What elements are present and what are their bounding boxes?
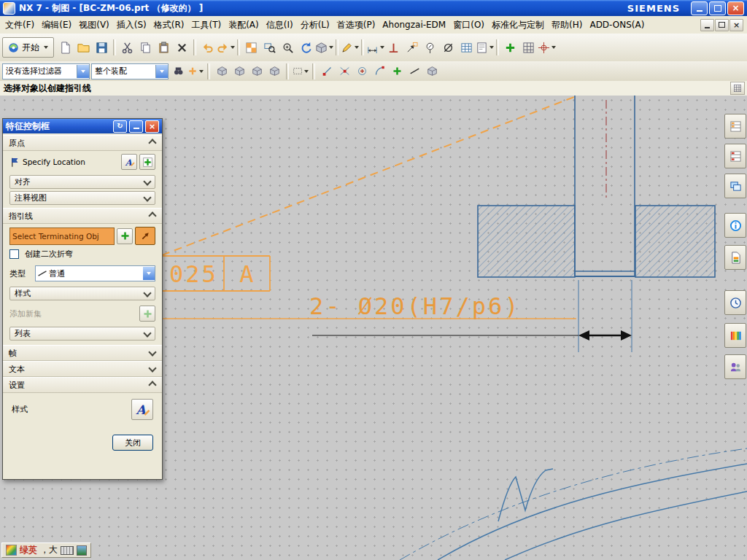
- ime-bar[interactable]: 绿英 ，大: [1, 542, 91, 558]
- mdi-close-button[interactable]: ×: [729, 19, 743, 31]
- menu-item-edit[interactable]: 编辑(E): [38, 17, 75, 34]
- assembly-navigator-button[interactable]: [724, 114, 746, 139]
- point-button[interactable]: [501, 39, 519, 57]
- menu-item-window[interactable]: 窗口(O): [449, 17, 488, 34]
- note-button[interactable]: [476, 39, 494, 57]
- menu-item-addons[interactable]: ADD-ONS(A): [586, 18, 648, 32]
- group-header-frame[interactable]: 帧: [3, 345, 162, 361]
- crosshair-button[interactable]: [538, 39, 556, 57]
- ime-state-text[interactable]: ，大: [40, 544, 58, 556]
- add-new-set-button[interactable]: [139, 306, 155, 322]
- perpendicular-button[interactable]: [384, 39, 403, 57]
- snap-leader-button[interactable]: [406, 63, 422, 79]
- group-header-text[interactable]: 文本: [3, 361, 162, 377]
- dialog-close-button[interactable]: 关闭: [112, 435, 153, 451]
- shaded-view-button-3[interactable]: [249, 63, 265, 79]
- keyboard-icon[interactable]: [61, 546, 74, 555]
- add-leader-button[interactable]: [117, 228, 133, 244]
- cut-button[interactable]: [118, 39, 136, 57]
- style-bar[interactable]: 样式: [9, 287, 155, 300]
- grid-button[interactable]: [519, 39, 538, 57]
- history-button[interactable]: [724, 290, 746, 315]
- new-file-button[interactable]: [56, 39, 74, 57]
- selection-filter-combo[interactable]: 没有选择过滤器: [2, 63, 90, 79]
- menu-item-preferences[interactable]: 首选项(P): [333, 17, 379, 34]
- snap-intersection-button[interactable]: [336, 63, 352, 79]
- selection-scope-combo[interactable]: 整个装配: [91, 63, 169, 79]
- menu-item-help[interactable]: 帮助(H): [548, 17, 586, 34]
- snap-center-button[interactable]: [354, 63, 370, 79]
- rectangle-select-button[interactable]: [293, 63, 309, 79]
- settings-style-button[interactable]: [131, 399, 153, 420]
- select-terminating-field[interactable]: Select Terminating Obj: [9, 228, 115, 245]
- menu-item-format[interactable]: 格式(R): [150, 17, 188, 34]
- type-combo[interactable]: 普通: [35, 265, 155, 281]
- ime-mode-text[interactable]: 绿英: [20, 544, 37, 556]
- mdi-restore-button[interactable]: [715, 19, 729, 31]
- snap-endpoint-button[interactable]: [319, 63, 335, 79]
- style-editor-button[interactable]: [121, 154, 137, 170]
- snap-point-button[interactable]: [389, 63, 405, 79]
- annotation-view-bar[interactable]: 注释视图: [9, 191, 155, 205]
- menu-item-customize[interactable]: 标准化与定制: [488, 17, 548, 34]
- diameter-dimension-button[interactable]: [439, 39, 457, 57]
- dialog-reset-button[interactable]: ↻: [113, 120, 127, 133]
- balloon-note-button[interactable]: [421, 39, 439, 57]
- fit-view-button[interactable]: [260, 39, 279, 57]
- combo-arrow-icon[interactable]: [143, 267, 155, 280]
- zoom-button[interactable]: [279, 39, 297, 57]
- snap-quadrant-button[interactable]: [371, 63, 387, 79]
- orient-view-button[interactable]: [315, 39, 333, 57]
- list-bar[interactable]: 列表: [9, 327, 155, 341]
- save-button[interactable]: [93, 39, 111, 57]
- internet-button[interactable]: [724, 213, 746, 238]
- combo-arrow-icon[interactable]: [155, 65, 168, 78]
- close-button[interactable]: ×: [727, 1, 744, 15]
- gear-profile-curves[interactable]: [400, 448, 747, 560]
- part-section-geometry[interactable]: [478, 96, 715, 277]
- double-bend-checkbox[interactable]: [9, 249, 19, 259]
- group-header-origin[interactable]: 原点: [3, 135, 162, 151]
- constraint-navigator-button[interactable]: [724, 144, 746, 168]
- menu-item-file[interactable]: 文件(F): [1, 17, 38, 34]
- dialog-minimize-button[interactable]: [129, 120, 143, 133]
- align-bar[interactable]: 对齐: [9, 175, 155, 189]
- materials-button[interactable]: [724, 323, 746, 348]
- leader-select-button[interactable]: [135, 227, 155, 245]
- sketch-button[interactable]: [341, 39, 359, 57]
- menu-item-ahongzai-edm[interactable]: Ahongzai-EDM: [379, 18, 449, 32]
- menu-item-information[interactable]: 信息(I): [263, 17, 297, 34]
- add-selection-button[interactable]: [187, 63, 204, 79]
- start-button[interactable]: 开始: [2, 37, 54, 58]
- shaded-view-button-2[interactable]: [231, 63, 247, 79]
- ime-panel-icon[interactable]: [77, 545, 87, 556]
- mdi-minimize-button[interactable]: [700, 19, 714, 31]
- group-header-settings[interactable]: 设置: [3, 377, 162, 393]
- refresh-button[interactable]: [297, 39, 315, 57]
- leader-button[interactable]: [403, 39, 421, 57]
- dialog-close-x-button[interactable]: ×: [145, 120, 159, 133]
- open-button[interactable]: [74, 39, 93, 57]
- undo-button[interactable]: [198, 39, 217, 57]
- work-cube-button[interactable]: [424, 63, 440, 79]
- ime-logo-icon[interactable]: [6, 545, 17, 556]
- menu-item-assemblies[interactable]: 装配(A): [225, 17, 263, 34]
- paste-button[interactable]: [155, 39, 173, 57]
- reuse-library-button[interactable]: [724, 245, 746, 270]
- part-navigator-button[interactable]: [724, 174, 746, 198]
- shaded-view-button-4[interactable]: [266, 63, 282, 79]
- dialog-title-bar[interactable]: 特征控制框 ↻ ×: [3, 119, 162, 133]
- title-bar[interactable]: NX 7 - 制图 - [BC-ZM-06.prt （修改的） ] SIEMEN…: [0, 0, 747, 16]
- delete-button[interactable]: [173, 39, 191, 57]
- menu-item-insert[interactable]: 插入(S): [113, 17, 150, 34]
- find-button[interactable]: [170, 63, 186, 79]
- menu-item-tools[interactable]: 工具(T): [187, 17, 225, 34]
- fcf-datum-text[interactable]: A: [239, 260, 253, 288]
- copy-button[interactable]: [136, 39, 155, 57]
- menu-item-view[interactable]: 视图(V): [75, 17, 113, 34]
- point-constructor-button[interactable]: [139, 154, 155, 170]
- shaded-view-button-1[interactable]: [214, 63, 230, 79]
- combo-arrow-icon[interactable]: [77, 65, 89, 78]
- restore-button[interactable]: [709, 1, 726, 15]
- roles-button[interactable]: [724, 354, 746, 379]
